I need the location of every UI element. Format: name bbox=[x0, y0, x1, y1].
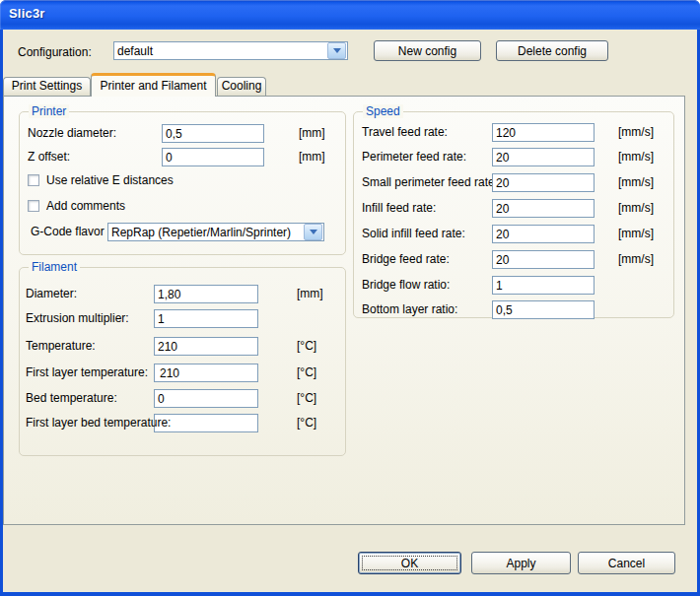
filament-diameter-input[interactable] bbox=[154, 285, 258, 303]
solid-infill-feed-rate-input[interactable] bbox=[492, 225, 595, 243]
bottom-layer-ratio-input[interactable] bbox=[492, 300, 595, 319]
bed-temperature-input[interactable] bbox=[154, 389, 258, 408]
filament-diameter-unit: [mm] bbox=[297, 285, 323, 303]
tab-cooling[interactable]: Cooling bbox=[217, 77, 266, 96]
field-row: Bed temperature: [°C] bbox=[20, 389, 345, 408]
field-row: Extrusion multiplier: bbox=[20, 309, 345, 328]
bridge-feed-rate-unit: [mm/s] bbox=[618, 250, 654, 269]
add-comments-checkbox[interactable] bbox=[28, 200, 39, 212]
chevron-down-icon[interactable] bbox=[327, 42, 346, 59]
temperature-input[interactable] bbox=[154, 337, 258, 356]
small-perimeter-feed-rate-input[interactable] bbox=[492, 173, 595, 192]
small-perimeter-feed-rate-label: Small perimeter feed rate: bbox=[362, 173, 498, 192]
travel-feed-rate-input[interactable] bbox=[492, 123, 595, 142]
new-config-button[interactable]: New config bbox=[374, 40, 481, 61]
field-row: Z offset: [mm] bbox=[20, 148, 345, 166]
use-relative-e-distances-label: Use relative E distances bbox=[46, 173, 174, 188]
travel-feed-rate-label: Travel feed rate: bbox=[362, 123, 448, 142]
first-layer-temperature-input[interactable] bbox=[154, 364, 258, 382]
field-row: Perimeter feed rate: [mm/s] bbox=[354, 148, 673, 166]
nozzle-diameter-label: Nozzle diameter: bbox=[28, 124, 116, 143]
perimeter-feed-rate-unit: [mm/s] bbox=[618, 148, 654, 166]
bed-temperature-label: Bed temperature: bbox=[26, 389, 117, 408]
field-row: First layer bed temperature: [°C] bbox=[20, 414, 345, 432]
filament-diameter-label: Diameter: bbox=[26, 285, 77, 303]
bed-temperature-unit: [°C] bbox=[297, 389, 316, 408]
configuration-label: Configuration: bbox=[18, 45, 92, 59]
tab-printer-and-filament[interactable]: Printer and Filament bbox=[91, 73, 216, 97]
printer-group: Printer Nozzle diameter: [mm] Z offset: … bbox=[19, 111, 346, 255]
z-offset-input[interactable] bbox=[162, 148, 264, 166]
gcode-flavor-label: G-Code flavor bbox=[31, 223, 105, 241]
travel-feed-rate-unit: [mm/s] bbox=[618, 123, 654, 142]
perimeter-feed-rate-input[interactable] bbox=[492, 148, 595, 166]
field-row: Bridge flow ratio: bbox=[354, 276, 673, 295]
bridge-flow-ratio-label: Bridge flow ratio: bbox=[362, 276, 450, 295]
field-row: Bridge feed rate: [mm/s] bbox=[354, 250, 673, 269]
tab-print-settings[interactable]: Print Settings bbox=[3, 77, 91, 96]
speed-group: Speed Travel feed rate: [mm/s] Perimeter… bbox=[353, 111, 674, 318]
add-comments-label: Add comments bbox=[46, 199, 125, 214]
small-perimeter-feed-rate-unit: [mm/s] bbox=[618, 173, 654, 192]
gcode-flavor-select[interactable]: RepRap (Repetier/Marlin/Sprinter) bbox=[107, 223, 324, 241]
filament-group: Filament Diameter: [mm] Extrusion multip… bbox=[19, 267, 346, 456]
nozzle-diameter-input[interactable] bbox=[162, 124, 264, 143]
cancel-button[interactable]: Cancel bbox=[578, 552, 675, 574]
field-row: First layer temperature: [°C] bbox=[20, 364, 345, 382]
use-relative-e-distances-checkbox[interactable] bbox=[28, 174, 39, 186]
field-row: Solid infill feed rate: [mm/s] bbox=[354, 225, 673, 243]
field-row: Diameter: [mm] bbox=[20, 285, 345, 303]
bridge-feed-rate-label: Bridge feed rate: bbox=[362, 250, 450, 269]
temperature-unit: [°C] bbox=[297, 337, 316, 356]
field-row: Temperature: [°C] bbox=[20, 337, 345, 356]
configuration-selected-value: default bbox=[114, 44, 326, 58]
field-row: Small perimeter feed rate: [mm/s] bbox=[354, 173, 673, 192]
field-row: Travel feed rate: [mm/s] bbox=[354, 123, 673, 142]
speed-group-title: Speed bbox=[363, 104, 403, 118]
chevron-down-icon[interactable] bbox=[304, 224, 322, 240]
slic3r-window: Slic3r Configuration: default New config… bbox=[0, 0, 700, 596]
ok-button-label: OK bbox=[401, 557, 418, 570]
extrusion-multiplier-label: Extrusion multiplier: bbox=[26, 309, 129, 328]
first-layer-temperature-unit: [°C] bbox=[297, 364, 316, 382]
printer-group-title: Printer bbox=[29, 104, 69, 118]
delete-config-button[interactable]: Delete config bbox=[496, 40, 608, 61]
title-bar[interactable]: Slic3r bbox=[0, 0, 700, 30]
filament-group-title: Filament bbox=[29, 260, 80, 274]
infill-feed-rate-input[interactable] bbox=[492, 199, 595, 218]
first-layer-bed-temperature-label: First layer bed temperature: bbox=[26, 414, 171, 432]
field-row: Nozzle diameter: [mm] bbox=[20, 124, 345, 143]
bottom-layer-ratio-label: Bottom layer ratio: bbox=[362, 300, 457, 319]
configuration-select[interactable]: default bbox=[113, 41, 348, 60]
extrusion-multiplier-input[interactable] bbox=[154, 309, 258, 328]
window-title: Slic3r bbox=[9, 6, 45, 21]
field-row: Bottom layer ratio: bbox=[354, 300, 673, 319]
infill-feed-rate-label: Infill feed rate: bbox=[362, 199, 436, 218]
bridge-feed-rate-input[interactable] bbox=[492, 250, 595, 269]
z-offset-label: Z offset: bbox=[28, 148, 70, 166]
infill-feed-rate-unit: [mm/s] bbox=[618, 199, 654, 218]
gcode-flavor-selected-value: RepRap (Repetier/Marlin/Sprinter) bbox=[108, 226, 303, 239]
apply-button[interactable]: Apply bbox=[471, 552, 571, 574]
z-offset-unit: [mm] bbox=[299, 148, 325, 166]
first-layer-bed-temperature-unit: [°C] bbox=[297, 414, 316, 432]
temperature-label: Temperature: bbox=[26, 337, 96, 356]
ok-button[interactable]: OK bbox=[358, 552, 461, 574]
field-row: Infill feed rate: [mm/s] bbox=[354, 199, 673, 218]
perimeter-feed-rate-label: Perimeter feed rate: bbox=[362, 148, 466, 166]
bridge-flow-ratio-input[interactable] bbox=[492, 276, 595, 295]
solid-infill-feed-rate-unit: [mm/s] bbox=[618, 225, 654, 243]
solid-infill-feed-rate-label: Solid infill feed rate: bbox=[362, 225, 465, 243]
field-row: G-Code flavor RepRap (Repetier/Marlin/Sp… bbox=[20, 223, 345, 241]
first-layer-temperature-label: First layer temperature: bbox=[26, 364, 148, 382]
nozzle-diameter-unit: [mm] bbox=[299, 124, 325, 143]
tab-panel: Printer Nozzle diameter: [mm] Z offset: … bbox=[3, 96, 685, 525]
